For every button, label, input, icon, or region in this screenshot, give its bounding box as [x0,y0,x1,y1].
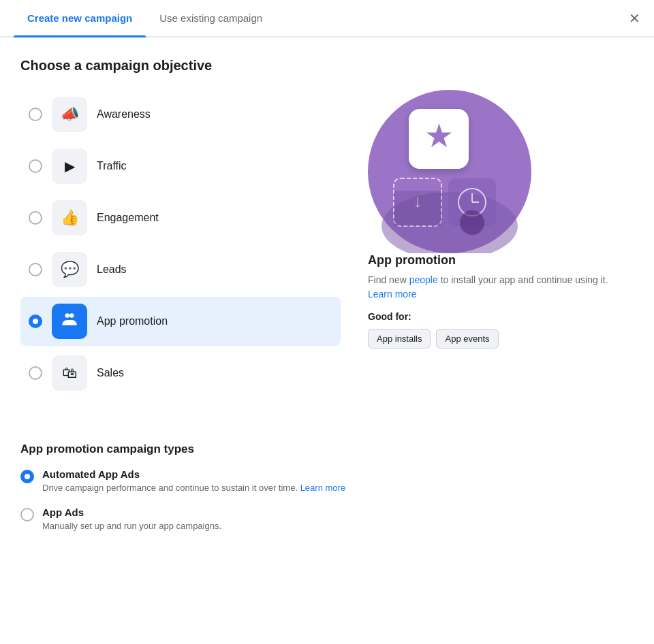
objective-sales[interactable]: 🛍 Sales [20,349,341,398]
svg-point-0 [65,313,70,318]
preview-illustration: ↓ ★ [368,90,531,253]
objective-leads[interactable]: 💬 Leads [20,245,341,294]
manual-type-text: App Ads Manually set up and run your app… [42,506,221,532]
awareness-icon: 📣 [61,106,79,123]
traffic-icon: ▶ [65,158,75,174]
tab-use-existing[interactable]: Use existing campaign [146,0,276,36]
radio-awareness[interactable] [29,108,42,121]
traffic-label: Traffic [97,160,127,172]
campaign-type-automated[interactable]: Automated App Ads Drive campaign perform… [20,468,634,494]
sales-icon-box: 🛍 [52,355,87,391]
tag-app-installs: App installs [368,329,431,349]
objective-engagement[interactable]: 👍 Engagement [20,193,341,242]
radio-app-promotion[interactable] [29,315,42,328]
close-button[interactable]: ✕ [629,12,640,25]
svg-rect-10 [394,191,441,226]
automated-learn-more-link[interactable]: Learn more [300,483,345,493]
objectives-list: 📣 Awareness ▶ Traffic 👍 Engagement [20,90,341,400]
app-promotion-label: App promotion [97,315,168,327]
awareness-label: Awareness [97,108,151,120]
preview-desc-before-link: Find new [368,274,409,285]
leads-label: Leads [97,263,127,276]
objective-traffic[interactable]: ▶ Traffic [20,142,341,191]
campaign-type-manual[interactable]: App Ads Manually set up and run your app… [20,506,634,532]
svg-text:★: ★ [424,118,454,154]
tag-app-events: App events [436,329,498,349]
preview-desc-middle: to install your app and continue using i… [438,274,608,285]
radio-leads[interactable] [29,263,42,276]
radio-engagement[interactable] [29,211,42,225]
manual-type-label: App Ads [42,506,221,518]
objective-awareness[interactable]: 📣 Awareness [20,90,341,139]
awareness-icon-box: 📣 [52,97,87,132]
manual-type-desc: Manually set up and run your app campaig… [42,520,221,532]
radio-traffic[interactable] [29,159,42,173]
sales-icon: 🛍 [62,364,77,382]
automated-type-text: Automated App Ads Drive campaign perform… [42,468,345,494]
app-promotion-icon-box [52,304,87,339]
sales-label: Sales [97,367,124,379]
campaign-types-title: App promotion campaign types [20,442,634,456]
preview-learn-more-link[interactable]: Learn more [368,289,417,300]
leads-icon: 💬 [61,261,79,278]
main-content: Choose a campaign objective 📣 Awareness … [0,37,654,421]
preview-title: App promotion [368,253,634,268]
tags-row: App installs App events [368,329,634,349]
preview-description: Find new people to install your app and … [368,273,634,302]
radio-manual[interactable] [20,508,34,521]
preview-people-link[interactable]: people [409,274,438,285]
objective-app-promotion[interactable]: App promotion [20,297,341,346]
good-for-title: Good for: [368,311,634,322]
engagement-label: Engagement [97,212,159,224]
bottom-section: App promotion campaign types Automated A… [0,442,654,565]
automated-type-label: Automated App Ads [42,468,345,480]
preview-panel: ↓ ★ [368,90,634,400]
tab-bar: Create new campaign Use existing campaig… [0,0,654,37]
tab-create-new[interactable]: Create new campaign [14,0,146,36]
svg-point-11 [460,210,484,235]
svg-point-1 [69,313,74,318]
leads-icon-box: 💬 [52,252,87,287]
radio-automated[interactable] [20,470,34,483]
app-promotion-icon [61,310,78,332]
automated-type-desc: Drive campaign performance and continue … [42,482,345,494]
engagement-icon: 👍 [61,209,79,227]
engagement-icon-box: 👍 [52,200,87,236]
section-title: Choose a campaign objective [20,58,634,74]
content-grid: 📣 Awareness ▶ Traffic 👍 Engagement [20,90,634,400]
radio-sales[interactable] [29,366,42,380]
traffic-icon-box: ▶ [52,148,87,184]
automated-desc-text: Drive campaign performance and continue … [42,483,300,493]
